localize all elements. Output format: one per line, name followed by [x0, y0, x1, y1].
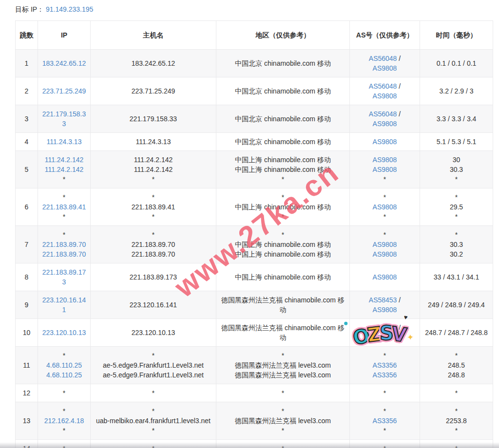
ip-cell: *221.183.89.41*: [38, 188, 91, 226]
time-cell: 249 / 248.9 / 249.4: [420, 291, 493, 319]
asn-link[interactable]: AS3356: [373, 361, 397, 369]
asn-link[interactable]: AS9808: [373, 273, 397, 281]
ip-cell: *4.68.110.254.68.110.25: [38, 347, 91, 384]
hop-cell: 12: [16, 384, 38, 402]
ip-link[interactable]: 183.242.65.12: [42, 59, 86, 67]
asn-cell: *: [350, 440, 420, 448]
region-cell: 德国黑森州法兰克福 chinamobile.com 移动: [216, 291, 350, 319]
asn-link[interactable]: AS9808: [373, 120, 397, 128]
table-row: 1183.242.65.12183.242.65.12中国北京 chinamob…: [16, 50, 493, 77]
asn-cell: AS9808: [350, 263, 420, 291]
asn-link[interactable]: AS9808: [373, 166, 397, 173]
region-cell: *德国黑森州法兰克福 level3.com*: [216, 402, 350, 440]
ip-link[interactable]: 223.71.25.249: [42, 87, 86, 95]
hop-cell: 7: [16, 226, 38, 263]
ip-link[interactable]: 111.24.2.142: [45, 156, 84, 164]
asn-link[interactable]: AS9808: [373, 64, 397, 72]
time-cell: 33 / 43.1 / 34.1: [420, 263, 493, 291]
asn-link[interactable]: AS9808: [373, 241, 397, 248]
asn-separator: /: [397, 82, 401, 90]
host-cell: 223.120.16.141: [91, 291, 216, 319]
asn-link[interactable]: AS9808: [373, 306, 397, 314]
time-cell: *2253.8*: [420, 402, 493, 440]
time-cell: 3030.3*: [420, 151, 493, 188]
asn-link[interactable]: AS9808: [373, 92, 397, 100]
ip-link[interactable]: 223.120.16.141: [42, 296, 86, 314]
hop-cell: 8: [16, 263, 38, 291]
ip-cell: 223.120.16.141: [38, 291, 91, 319]
host-cell: 111.24.3.13: [91, 133, 216, 151]
table-row: 12*****: [16, 384, 493, 402]
host-cell: *: [91, 384, 216, 402]
table-row: 14*****: [16, 440, 493, 448]
region-cell: *德国黑森州法兰克福 level3.com德国黑森州法兰克福 level3.co…: [216, 347, 350, 384]
asn-link[interactable]: AS9808: [373, 334, 397, 341]
ip-cell: 221.179.158.33: [38, 105, 91, 133]
ip-link[interactable]: 221.183.89.41: [42, 203, 86, 211]
ip-link[interactable]: 4.68.110.25: [46, 371, 82, 379]
ip-link[interactable]: 223.120.10.13: [42, 329, 86, 336]
asn-cell: *AS3356AS3356: [350, 347, 420, 384]
asn-link[interactable]: AS9808: [373, 138, 397, 146]
asn-link[interactable]: AS56048: [369, 82, 397, 90]
hop-cell: 9: [16, 291, 38, 319]
ip-cell: *: [38, 384, 91, 402]
region-cell: *中国上海 chinamobile.com 移动中国上海 chinamobile…: [216, 226, 350, 263]
asn-separator: /: [397, 110, 401, 118]
trace-table: 跳数IP主机名地区（仅供参考）AS号（仅供参考）时间（毫秒） 1183.242.…: [15, 20, 493, 448]
region-cell: 德国黑森州法兰克福 chinamobile.com 移动: [216, 319, 350, 347]
table-row: 5111.24.2.142111.24.2.142*111.24.2.14211…: [16, 151, 493, 188]
ip-cell: 223.71.25.249: [38, 77, 91, 105]
region-cell: 中国北京 chinamobile.com 移动: [216, 77, 350, 105]
asn-cell: AS56048 /AS9808: [350, 105, 420, 133]
ip-link[interactable]: 111.24.2.142: [45, 166, 84, 173]
asn-cell: *AS9808AS9808: [350, 226, 420, 263]
asn-cell: AS58453 /AS9808: [350, 319, 420, 347]
ip-cell: 111.24.2.142111.24.2.142*: [38, 151, 91, 188]
asn-link[interactable]: AS3356: [373, 417, 397, 425]
region-cell: 中国上海 chinamobile.com 移动: [216, 263, 350, 291]
asn-link[interactable]: AS56048: [369, 110, 397, 118]
asn-link[interactable]: AS3356: [373, 371, 397, 379]
page: 目标 IP： 91.149.233.195 跳数IP主机名地区（仅供参考）AS号…: [0, 0, 499, 448]
asn-link[interactable]: AS9808: [373, 250, 397, 258]
region-cell: 中国上海 chinamobile.com 移动中国上海 chinamobile.…: [216, 151, 350, 188]
time-cell: *: [420, 440, 493, 448]
asn-link[interactable]: AS58453: [369, 296, 397, 304]
asn-link[interactable]: AS58453: [369, 324, 397, 332]
ip-link[interactable]: 221.183.89.173: [42, 268, 86, 286]
ip-cell: 111.24.3.13: [38, 133, 91, 151]
hop-cell: 2: [16, 77, 38, 105]
ip-link[interactable]: 4.68.110.25: [46, 361, 82, 369]
ip-cell: 221.183.89.173: [38, 263, 91, 291]
ip-link[interactable]: 221.183.89.70: [42, 250, 86, 258]
asn-link[interactable]: AS9808: [373, 156, 397, 164]
time-cell: 248.7 / 248.7 / 248.8: [420, 319, 493, 347]
region-cell: *中国上海 chinamobile.com 移动*: [216, 188, 350, 226]
trace-table-header-row: 跳数IP主机名地区（仅供参考）AS号（仅供参考）时间（毫秒）: [16, 21, 493, 50]
trace-table-body: 1183.242.65.12183.242.65.12中国北京 chinamob…: [16, 50, 493, 448]
ip-link[interactable]: 212.162.4.18: [44, 417, 84, 425]
host-cell: *uab-melbiko.ear4.frankfurt1.level3.net*: [91, 402, 216, 440]
asn-link[interactable]: AS56048: [369, 55, 397, 62]
asn-cell: AS56048 /AS9808: [350, 77, 420, 105]
host-cell: *221.183.89.41*: [91, 188, 216, 226]
ip-link[interactable]: 221.179.158.33: [42, 110, 86, 128]
time-cell: 3.3 / 3.3 / 3.4: [420, 105, 493, 133]
col-header-3: 地区（仅供参考）: [216, 21, 350, 50]
asn-link[interactable]: AS9808: [373, 203, 397, 211]
col-header-4: AS号（仅供参考）: [350, 21, 420, 50]
col-header-5: 时间（毫秒）: [420, 21, 493, 50]
host-cell: 221.179.158.33: [91, 105, 216, 133]
ip-cell: *212.162.4.18*: [38, 402, 91, 440]
hop-cell: 14: [16, 440, 38, 448]
ip-link[interactable]: 111.24.3.13: [47, 138, 82, 146]
host-cell: *: [91, 440, 216, 448]
host-cell: *ae-5.edge9.Frankfurt1.Level3.netae-5.ed…: [91, 347, 216, 384]
target-ip-link[interactable]: 91.149.233.195: [46, 5, 93, 13]
ip-link[interactable]: 221.183.89.70: [42, 241, 86, 248]
table-row: 9223.120.16.141223.120.16.141德国黑森州法兰克福 c…: [16, 291, 493, 319]
asn-cell: AS9808: [350, 133, 420, 151]
asn-cell: *: [350, 384, 420, 402]
table-row: 2223.71.25.249223.71.25.249中国北京 chinamob…: [16, 77, 493, 105]
